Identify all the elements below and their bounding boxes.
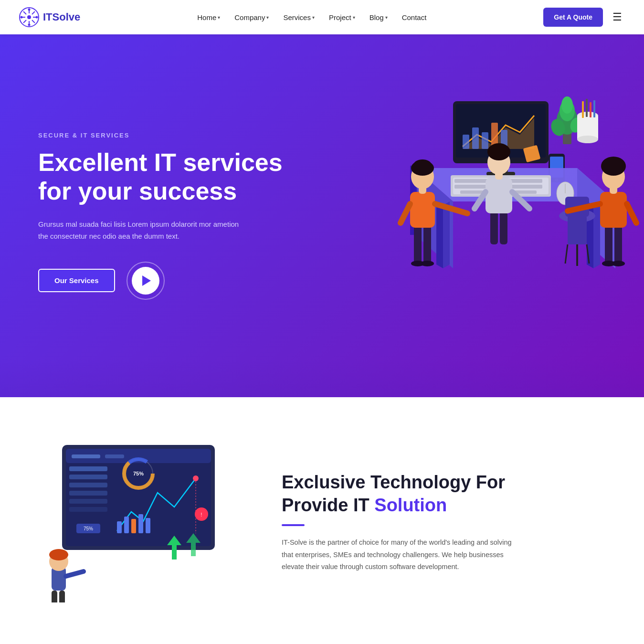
get-quote-button[interactable]: Get A Quote [543,8,603,27]
nav-item-blog[interactable]: Blog ▾ [364,10,393,25]
svg-rect-96 [105,454,124,458]
svg-point-13 [36,16,38,19]
svg-rect-23 [582,101,584,118]
svg-rect-98 [69,475,107,479]
svg-rect-116 [138,514,143,533]
svg-point-19 [561,96,573,114]
hero-actions: Our Services [38,262,286,300]
nav-item-project[interactable]: Project ▾ [323,10,361,25]
svg-line-8 [32,11,35,14]
svg-rect-75 [486,178,512,213]
svg-marker-54 [593,201,600,268]
svg-rect-66 [410,192,435,228]
svg-line-6 [23,11,26,14]
svg-rect-82 [614,225,622,264]
svg-point-65 [421,261,434,266]
svg-point-72 [414,159,431,169]
hero-description: Grursus mal suada faci lisis Lorem ipsum… [38,218,248,243]
svg-rect-26 [593,100,595,117]
logo-icon [19,7,39,27]
svg-point-90 [601,157,626,176]
svg-point-12 [21,16,23,19]
svg-text:75%: 75% [84,526,93,531]
chevron-down-icon: ▾ [218,15,220,20]
chevron-down-icon: ▾ [266,15,269,20]
svg-rect-38 [482,132,488,149]
svg-rect-115 [131,519,136,533]
svg-point-1 [27,15,31,19]
play-video-button[interactable] [132,267,159,295]
svg-rect-37 [472,127,479,149]
svg-rect-24 [586,99,588,117]
dashboard-illustration-svg: 75% 75% ! [38,440,243,602]
svg-point-11 [28,24,31,26]
section-two-title-highlight: Solution [374,495,447,515]
nav-links: Home ▾ Company ▾ Services ▾ Project ▾ Bl [191,10,432,25]
svg-line-9 [23,20,26,23]
hamburger-menu-button[interactable]: ☰ [610,8,625,26]
nav-link-services[interactable]: Services ▾ [277,10,320,25]
svg-rect-127 [59,591,65,602]
chevron-down-icon: ▾ [312,15,315,20]
svg-rect-101 [69,499,107,504]
nav-link-contact[interactable]: Contact [396,10,433,25]
svg-line-125 [66,571,84,576]
svg-line-68 [401,204,410,223]
svg-text:!: ! [201,512,202,517]
hero-subtitle: SECURE & IT SERVICES [38,132,286,139]
nav-link-company[interactable]: Company ▾ [229,10,274,25]
section-two: 75% 75% ! [0,397,644,644]
svg-marker-52 [443,201,450,268]
svg-rect-74 [500,211,507,244]
main-nav: ITSolve Home ▾ Company ▾ Services ▾ Proj… [0,0,644,34]
nav-item-services[interactable]: Services ▾ [277,10,320,25]
play-button-wrapper[interactable] [127,262,165,300]
svg-rect-102 [69,507,107,512]
hero-content: SECURE & IT SERVICES Excellent IT servic… [38,132,286,300]
nav-item-home[interactable]: Home ▾ [191,10,226,25]
nav-item-contact[interactable]: Contact [396,10,433,25]
our-services-button[interactable]: Our Services [38,269,115,292]
nav-link-blog[interactable]: Blog ▾ [364,10,393,25]
svg-rect-95 [72,454,100,458]
svg-point-84 [612,261,625,266]
hero-illustration [377,63,644,369]
svg-marker-51 [436,201,443,268]
svg-line-7 [32,20,35,23]
svg-line-87 [627,204,636,223]
svg-rect-81 [605,225,612,264]
svg-rect-100 [69,491,107,496]
svg-point-124 [49,549,68,560]
nav-right: Get A Quote ☰ [543,8,625,27]
section-two-left: 75% 75% ! [38,440,243,604]
svg-point-10 [28,9,31,11]
chevron-down-icon: ▾ [353,15,355,20]
svg-rect-62 [414,225,422,264]
svg-rect-113 [117,521,122,533]
svg-rect-73 [490,211,498,244]
hero-section: SECURE & IT SERVICES Excellent IT servic… [0,34,644,397]
section-divider [282,524,305,526]
svg-rect-36 [463,135,469,149]
chevron-down-icon: ▾ [385,15,388,20]
svg-rect-117 [146,518,150,533]
hamburger-icon: ☰ [612,11,622,23]
svg-point-80 [487,143,510,160]
play-triangle-icon [142,275,151,286]
nav-link-home[interactable]: Home ▾ [191,10,226,25]
svg-rect-63 [423,225,431,264]
nav-item-company[interactable]: Company ▾ [229,10,274,25]
section-two-right: Exclusive Technology For Provide IT Solu… [282,471,520,573]
hero-illustration-svg [377,63,644,369]
svg-rect-85 [600,192,627,228]
svg-rect-99 [69,483,107,487]
nav-link-project[interactable]: Project ▾ [323,10,361,25]
svg-rect-119 [172,545,177,560]
logo-text: ITSolve [43,11,80,23]
svg-rect-126 [52,591,57,602]
svg-rect-97 [69,466,107,471]
logo-link[interactable]: ITSolve [19,7,80,27]
section-two-description: IT-Solve is the partner of choice for ma… [282,537,520,573]
svg-point-22 [577,136,598,143]
section-two-title: Exclusive Technology For Provide IT Solu… [282,471,520,517]
